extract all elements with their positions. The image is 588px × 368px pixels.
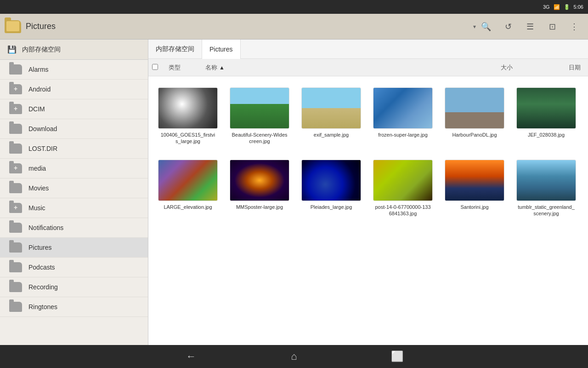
battery-icon: 🔋 [564,4,570,10]
sidebar-header[interactable]: 💾 内部存储空间 [0,40,148,60]
thumbnail-image [158,88,217,128]
sidebar-item-movies[interactable]: Movies [0,178,148,198]
breadcrumb-item-1[interactable]: Pictures [202,40,241,59]
bottom-navigation-bar: ← ⌂ ⬜ [0,345,588,368]
thumbnail-image [445,160,504,201]
recent-apps-button[interactable]: ⬜ [387,346,407,367]
breadcrumb: 内部存储空间Pictures [148,40,588,59]
thumbnail-image [302,88,361,128]
breadcrumb-item-0[interactable]: 内部存储空间 [148,40,202,59]
file-thumbnail [230,160,289,201]
signal-icon: 📶 [554,4,560,10]
sidebar-item-label: DCIM [28,105,45,113]
thumbnail-image [302,160,361,201]
file-item[interactable]: HarbourPanoDL.jpg [442,84,507,149]
thumbnail-image [517,88,576,128]
sidebar-item-download[interactable]: Download [0,119,148,139]
app-folder-icon [5,20,21,33]
sidebar-item-label: media [28,165,46,172]
file-item[interactable]: Pleiades_large.jpg [299,156,363,221]
thumbnail-image [445,88,504,128]
file-thumbnail [445,160,504,201]
sidebar-item-podcasts[interactable]: Podcasts [0,258,148,277]
sidebar-item-android[interactable]: Android [0,80,148,99]
folder-icon [9,144,22,154]
file-thumbnail [373,160,433,201]
folder-icon [9,223,22,233]
sidebar-item-label: Ringtones [28,303,57,310]
folder-icon [9,124,22,134]
file-name-label: exif_sample.jpg [314,132,349,138]
folder-icon [9,262,22,272]
app-bar: Pictures ▾ 🔍 ↺ ☰ ⊡ ⋮ [0,14,588,40]
file-thumbnail [158,160,218,201]
sidebar-item-label: Music [28,204,45,212]
folder-icon [9,242,22,253]
col-size-header: 大小 [465,63,520,72]
app-bar-actions: 🔍 ↺ ☰ ⊡ ⋮ [476,17,588,37]
file-item[interactable]: frozen-super-large.jpg [371,84,435,149]
time-display: 5:06 [574,4,583,10]
sidebar-item-alarms[interactable]: Alarms [0,60,148,80]
column-headers: 类型 名称 ▲ 大小 日期 [148,59,588,76]
thumbnail-image [230,160,289,201]
sidebar-item-ringtones[interactable]: Ringtones [0,297,148,317]
file-name-label: Santorini.jpg [460,204,488,210]
sidebar-item-label: Download [28,125,57,132]
sidebar-item-recording[interactable]: Recording [0,277,148,297]
sidebar-item-label: LOST.DIR [28,145,57,152]
sidebar-item-dcim[interactable]: DCIM [0,99,148,119]
file-thumbnail [516,87,576,129]
sidebar-item-label: Pictures [28,244,52,251]
file-name-label: Beautiful-Scenery-Widescreen.jpg [231,132,288,145]
select-all-checkbox[interactable] [152,63,169,72]
folder-icon [9,64,22,75]
col-name-header[interactable]: 名称 ▲ [205,63,465,72]
storage-icon: 💾 [7,45,17,54]
status-bar: 3G 📶 🔋 5:06 [0,0,588,14]
file-name-label: JEF_028038.jpg [528,132,565,138]
main-layout: 💾 内部存储空间 AlarmsAndroidDCIMDownloadLOST.D… [0,40,588,345]
more-menu-button[interactable]: ⋮ [564,17,584,37]
folder-icon [9,302,22,312]
sidebar-item-music[interactable]: Music [0,198,148,218]
file-item[interactable]: tumblr_static_greenland_scenery.jpg [514,156,578,221]
refresh-button[interactable]: ↺ [498,17,518,37]
file-thumbnail [301,160,361,201]
sidebar-item-label: Recording [28,283,58,291]
sidebar-item-notifications[interactable]: Notifications [0,218,148,238]
sidebar-item-media[interactable]: media [0,159,148,178]
file-name-label: Pleiades_large.jpg [311,204,352,210]
col-date-header: 日期 [520,63,584,72]
list-view-button[interactable]: ☰ [520,17,540,37]
file-item[interactable]: Beautiful-Scenery-Widescreen.jpg [227,84,292,149]
thumbnail-image [230,88,289,128]
sidebar-item-lost.dir[interactable]: LOST.DIR [0,139,148,159]
folder-icon [9,282,22,292]
select-all-input[interactable] [152,64,158,70]
folder-icon [9,84,22,94]
file-thumbnail [230,87,289,129]
back-button[interactable]: ← [181,346,201,367]
file-item[interactable]: JEF_028038.jpg [514,84,578,149]
sidebar-item-label: Android [28,86,51,93]
sort-arrow-icon: ▲ [219,64,225,71]
home-button[interactable]: ⌂ [284,346,304,367]
file-item[interactable]: post-14-0-67700000-1336841363.jpg [371,156,435,221]
network-indicator: 3G [543,4,550,10]
sidebar-item-pictures[interactable]: Pictures [0,238,148,258]
file-item[interactable]: exif_sample.jpg [299,84,363,149]
file-item[interactable]: LARGE_elevation.jpg [156,156,220,221]
content-area: 内部存储空间Pictures 类型 名称 ▲ 大小 日期 100406_GOES… [148,40,588,345]
search-button[interactable]: 🔍 [476,17,496,37]
file-thumbnail [158,87,218,129]
file-item[interactable]: MMSposter-large.jpg [227,156,292,221]
file-item[interactable]: Santorini.jpg [442,156,507,221]
file-thumbnail [516,160,576,201]
thumbnail-image [373,160,432,201]
sidebar-item-label: Notifications [28,224,63,231]
grid-view-button[interactable]: ⊡ [542,17,562,37]
file-item[interactable]: 100406_GOES15_firstvis_large.jpg [156,84,220,149]
file-thumbnail [373,87,433,129]
file-name-label: frozen-super-large.jpg [378,132,428,138]
